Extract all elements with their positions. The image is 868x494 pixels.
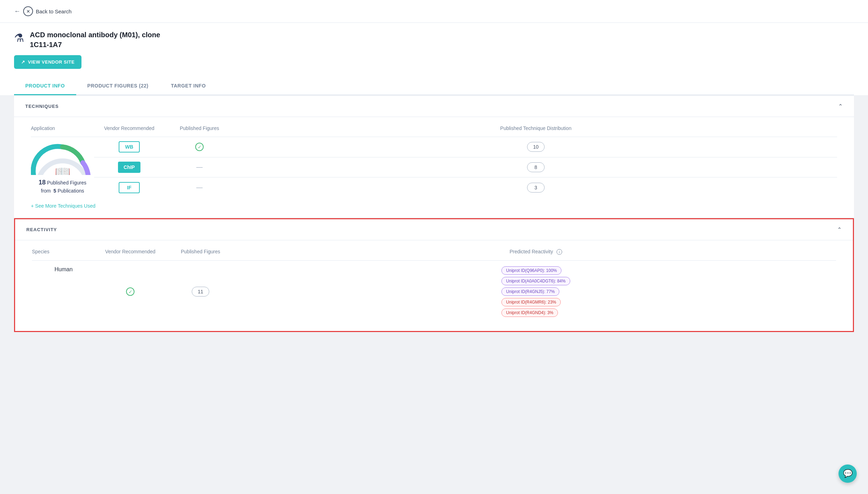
technique-cell-figures-if: 3 bbox=[235, 177, 837, 197]
app-badge-wb: WB bbox=[119, 141, 140, 152]
product-title-row: ⚗ ACD monoclonal antibody (M01), clone 1… bbox=[14, 30, 854, 50]
check-icon-human: ✓ bbox=[126, 287, 134, 296]
technique-cell-vendor-wb: ✓ bbox=[164, 137, 235, 157]
back-link[interactable]: ← ✕ Back to Search bbox=[14, 6, 72, 16]
figure-badge-wb: 10 bbox=[527, 142, 545, 152]
pred-badge-4: Uniprot ID(R4GND4): 3% bbox=[501, 308, 558, 317]
figure-badge-if: 3 bbox=[527, 183, 545, 193]
view-vendor-button[interactable]: ↗ VIEW VENDOR SITE bbox=[14, 55, 81, 69]
distribution-chart-cell: 📖 18 Published Figures from 5 Publicati bbox=[31, 137, 94, 197]
techniques-title: TECHNIQUES bbox=[25, 104, 59, 109]
reactivity-chevron-icon: ⌃ bbox=[837, 226, 842, 233]
figure-badge-human: 11 bbox=[192, 287, 209, 297]
col-header-vendor-rec: Vendor Recommended bbox=[94, 125, 164, 137]
dash-chip: — bbox=[196, 163, 203, 171]
reactivity-cell-species-human: Human bbox=[32, 260, 95, 323]
reactivity-col-predicted: Predicted Reactivity i bbox=[236, 249, 836, 260]
reactivity-section: REACTIVITY ⌃ Species Vendor Recommended … bbox=[14, 218, 854, 332]
back-icon-circle: ✕ bbox=[23, 6, 33, 16]
technique-cell-app-wb: WB bbox=[94, 137, 164, 157]
col-header-pub-figures: Published Figures bbox=[164, 125, 235, 137]
reactivity-col-figures: Published Figures bbox=[165, 249, 236, 260]
reactivity-title: REACTIVITY bbox=[26, 227, 57, 232]
species-human-label: Human bbox=[54, 266, 73, 273]
tab-product-figures[interactable]: PRODUCT FIGURES (22) bbox=[76, 77, 160, 95]
reactivity-col-vendor: Vendor Recommended bbox=[95, 249, 165, 260]
technique-cell-app-if: IF bbox=[94, 177, 164, 197]
predicted-reactivity-info-icon[interactable]: i bbox=[557, 249, 562, 255]
pred-badge-0: Uniprot ID(Q96AP0): 100% bbox=[501, 266, 561, 275]
technique-cell-figures-wb: 10 bbox=[235, 137, 837, 157]
external-link-icon: ↗ bbox=[21, 59, 25, 65]
pred-badge-1: Uniprot ID(A0A0C4DGT6): 84% bbox=[501, 277, 570, 285]
col-header-distribution: Published Technique Distribution bbox=[235, 125, 837, 137]
see-more-techniques-link[interactable]: + See More Techniques Used bbox=[31, 203, 96, 209]
reactivity-cell-figures-human: 11 bbox=[165, 260, 236, 323]
techniques-section-header[interactable]: TECHNIQUES ⌃ bbox=[14, 96, 854, 117]
app-badge-chip: ChIP bbox=[118, 162, 140, 173]
donut-chart: 📖 bbox=[31, 140, 94, 175]
pred-badge-2: Uniprot ID(R4GNJ5): 77% bbox=[501, 287, 559, 296]
col-header-application: Application bbox=[31, 125, 94, 137]
back-label: Back to Search bbox=[36, 8, 72, 14]
svg-text:📖: 📖 bbox=[55, 165, 71, 175]
technique-cell-vendor-if: — bbox=[164, 177, 235, 197]
predicted-badges-human: Uniprot ID(Q96AP0): 100% Uniprot ID(A0A0… bbox=[501, 266, 570, 317]
dash-if: — bbox=[196, 184, 203, 191]
reactivity-body: Species Vendor Recommended Published Fig… bbox=[15, 240, 853, 331]
back-arrow-icon: ← bbox=[14, 8, 20, 15]
tab-bar: PRODUCT INFO PRODUCT FIGURES (22) TARGET… bbox=[14, 77, 854, 95]
technique-cell-app-chip: ChIP bbox=[94, 157, 164, 177]
techniques-chevron-icon: ⌃ bbox=[838, 103, 843, 110]
chat-icon: 💬 bbox=[843, 469, 853, 478]
technique-cell-vendor-chip: — bbox=[164, 157, 235, 177]
figure-badge-chip: 8 bbox=[527, 162, 545, 172]
reactivity-section-header[interactable]: REACTIVITY ⌃ bbox=[15, 219, 853, 240]
pred-badge-3: Uniprot ID(R4GMR6): 23% bbox=[501, 298, 561, 306]
antibody-icon: ⚗ bbox=[14, 31, 24, 45]
tab-target-info[interactable]: TARGET INFO bbox=[160, 77, 217, 95]
product-name: ACD monoclonal antibody (M01), clone 1C1… bbox=[30, 30, 160, 50]
tab-product-info[interactable]: PRODUCT INFO bbox=[14, 77, 76, 95]
chat-button[interactable]: 💬 bbox=[839, 464, 857, 483]
reactivity-col-species: Species bbox=[32, 249, 95, 260]
techniques-body: Application Vendor Recommended Published… bbox=[14, 117, 854, 217]
technique-cell-figures-chip: 8 bbox=[235, 157, 837, 177]
reactivity-cell-vendor-human: ✓ bbox=[95, 260, 165, 323]
check-icon-wb: ✓ bbox=[195, 143, 204, 151]
published-figures-summary: 18 Published Figures from 5 Publications bbox=[39, 178, 86, 195]
app-badge-if: IF bbox=[119, 182, 140, 193]
reactivity-cell-predicted-human: Uniprot ID(Q96AP0): 100% Uniprot ID(A0A0… bbox=[236, 260, 836, 323]
